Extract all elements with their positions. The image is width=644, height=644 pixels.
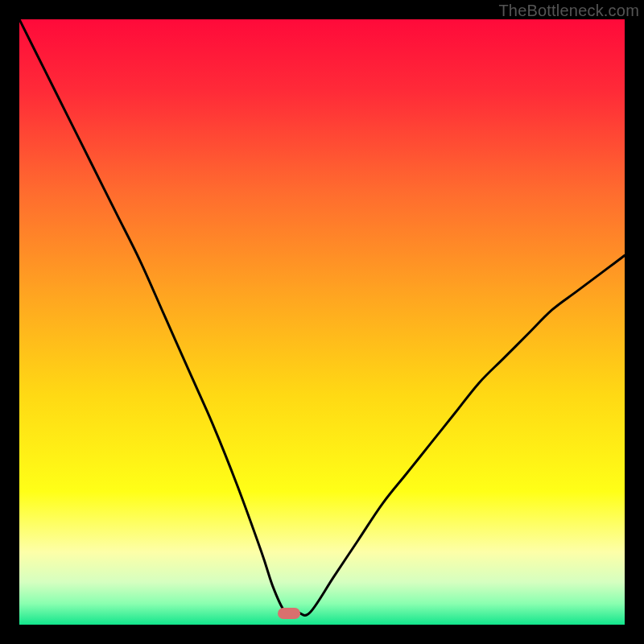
watermark-text: TheBottleneck.com [498, 2, 639, 20]
chart-frame: TheBottleneck.com [0, 0, 644, 644]
bottleneck-curve [19, 19, 625, 625]
optimal-marker [278, 608, 300, 619]
plot-area [19, 19, 625, 625]
